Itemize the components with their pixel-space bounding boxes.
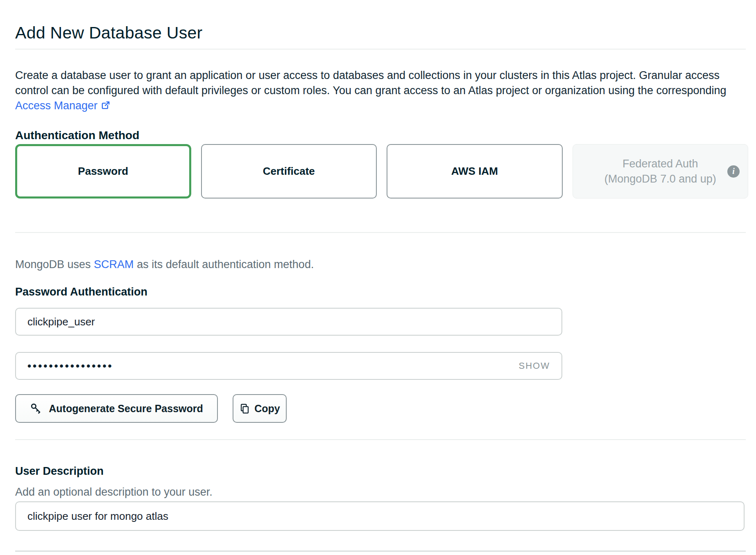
- divider: [15, 550, 746, 552]
- username-input[interactable]: [15, 308, 562, 336]
- copy-icon: [239, 403, 250, 414]
- divider: [15, 232, 746, 233]
- user-description-input[interactable]: [15, 501, 745, 531]
- info-icon[interactable]: i: [727, 165, 740, 178]
- scram-link[interactable]: SCRAM: [94, 258, 134, 271]
- autogenerate-password-button[interactable]: Autogenerate Secure Password: [15, 394, 218, 423]
- auth-option-aws-iam[interactable]: AWS IAM: [387, 144, 563, 199]
- intro-paragraph: Create a database user to grant an appli…: [15, 68, 741, 113]
- auth-option-password[interactable]: Password: [15, 144, 191, 199]
- external-link-icon: [100, 100, 111, 111]
- scram-note: MongoDB uses SCRAM as its default authen…: [15, 258, 314, 271]
- password-authentication-heading: Password Authentication: [15, 286, 147, 298]
- auth-option-aws-iam-label: AWS IAM: [451, 165, 498, 178]
- page-title: Add New Database User: [15, 23, 203, 43]
- auth-option-federated-auth-label: Federated Auth (MongoDB 7.0 and up): [604, 156, 716, 187]
- auth-option-federated-auth: Federated Auth (MongoDB 7.0 and up) i: [573, 144, 749, 199]
- auth-option-certificate-label: Certificate: [263, 165, 315, 178]
- password-masked-value: ••••••••••••••••: [27, 360, 113, 372]
- copy-password-button[interactable]: Copy: [233, 394, 287, 423]
- user-description-heading: User Description: [15, 465, 104, 478]
- key-icon: [30, 402, 42, 415]
- add-database-user-page: Add New Database User Create a database …: [0, 0, 756, 555]
- authentication-method-heading: Authentication Method: [15, 129, 139, 142]
- auth-option-password-label: Password: [78, 165, 128, 178]
- divider: [15, 49, 746, 50]
- auth-option-certificate[interactable]: Certificate: [201, 144, 377, 199]
- auth-method-options: Password Certificate AWS IAM Federated A…: [15, 144, 748, 199]
- access-manager-link[interactable]: Access Manager: [15, 99, 111, 112]
- divider: [15, 439, 746, 440]
- password-input[interactable]: •••••••••••••••• SHOW: [15, 352, 562, 380]
- user-description-subtext: Add an optional description to your user…: [15, 486, 213, 499]
- show-password-toggle[interactable]: SHOW: [519, 361, 550, 371]
- intro-text: Create a database user to grant an appli…: [15, 69, 727, 97]
